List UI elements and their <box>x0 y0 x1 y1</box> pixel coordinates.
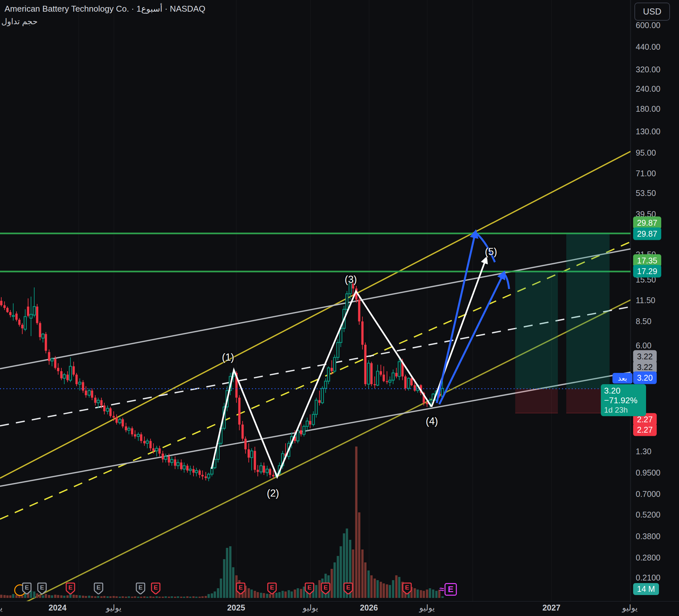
volume-bar <box>294 589 296 598</box>
earnings-icon[interactable]: E <box>136 582 146 596</box>
volume-bar <box>377 580 379 598</box>
earnings-icon-missed[interactable]: E <box>267 582 277 596</box>
price-tick: 0.7000 <box>636 489 660 499</box>
volume-bar <box>100 596 103 598</box>
wave-label[interactable]: (3) <box>345 274 357 285</box>
volume-bar <box>383 583 385 598</box>
time-tick: يوليو <box>622 603 638 612</box>
symbol-title[interactable]: American Battery Technology Co. · 1أسبوع… <box>4 4 205 14</box>
volume-bar <box>285 591 287 598</box>
volume-bar <box>315 585 318 598</box>
earnings-icon-missed[interactable]: E <box>402 582 412 596</box>
position-profit-zone[interactable] <box>566 233 610 389</box>
volume-bar <box>337 556 339 598</box>
time-tick: يوليو <box>106 603 122 612</box>
wave-label[interactable]: (2) <box>267 487 279 499</box>
volume-bar <box>140 596 142 598</box>
current-price-label[interactable]: 3.20 −71.92% 1d 23h <box>601 384 646 416</box>
tradingview-chart-window: American Battery Technology Co. · 1أسبوع… <box>0 0 679 616</box>
wave-label[interactable]: (1) <box>222 351 234 363</box>
volume-bar <box>260 593 262 598</box>
earnings-icon-missed[interactable]: E <box>151 582 161 596</box>
time-axis-separator <box>0 601 679 602</box>
volume-bar <box>442 596 444 598</box>
earnings-icon-missed[interactable]: E <box>344 582 353 596</box>
volume-bar <box>33 591 35 598</box>
volume-bar <box>174 596 176 598</box>
earnings-icon-missed[interactable]: E <box>66 582 75 596</box>
svg-text:E: E <box>138 584 143 591</box>
time-tick: 2024 <box>48 603 67 612</box>
earnings-icon-missed[interactable]: E <box>236 582 246 596</box>
price-level-label[interactable]: 29.87 <box>633 228 661 240</box>
position-profit-zone[interactable] <box>515 272 558 389</box>
earnings-icon[interactable]: E <box>94 582 103 596</box>
price-tick: 320.00 <box>636 65 660 74</box>
volume-bar <box>189 596 192 598</box>
earnings-icon-missed[interactable]: E <box>321 582 330 596</box>
time-tick: يوليو <box>0 603 3 612</box>
volume-bar <box>159 596 161 598</box>
svg-text:E: E <box>239 584 243 591</box>
svg-text:E: E <box>97 584 101 591</box>
price-tick: 440.00 <box>636 42 660 52</box>
price-tick: 130.00 <box>636 127 660 136</box>
price-level-label[interactable]: 17.29 <box>633 265 661 278</box>
time-tick: يوليو <box>303 603 318 612</box>
earnings-estimate-icon[interactable]: ≈ E <box>439 583 457 596</box>
volume-bar <box>75 595 78 598</box>
volume-bar <box>426 589 428 598</box>
price-level-label[interactable]: 3.20 <box>633 372 657 384</box>
volume-bar <box>186 596 189 598</box>
volume-bar <box>392 580 394 598</box>
price-axis-separator <box>630 0 631 601</box>
volume-bar <box>389 585 391 598</box>
svg-text:E: E <box>154 584 158 591</box>
volume-bar <box>429 588 431 598</box>
volume-bar <box>223 559 225 598</box>
price-tick: 0.3800 <box>636 532 660 541</box>
volume-bar <box>380 582 382 598</box>
earnings-icon-missed[interactable]: E <box>304 582 314 596</box>
blue-projection-arrow <box>439 273 504 404</box>
volume-indicator-label[interactable]: حجم تداول <box>1 17 37 26</box>
time-tick: 2026 <box>360 603 378 612</box>
volume-bar <box>420 590 422 598</box>
volume-bar <box>220 579 222 598</box>
wave-label[interactable]: (4) <box>426 415 438 427</box>
volume-bar <box>134 596 136 598</box>
svg-text:E: E <box>270 584 274 591</box>
volume-bar <box>199 596 201 598</box>
volume-bar <box>217 588 219 598</box>
volume-bar <box>119 596 121 598</box>
volume-bar <box>109 596 112 598</box>
volume-bar <box>263 593 265 598</box>
volume-bar <box>51 595 53 598</box>
blue-projection-arrow <box>437 232 476 403</box>
earnings-icon[interactable]: E <box>37 582 47 596</box>
volume-bar <box>125 596 127 598</box>
volume-bar <box>153 596 155 598</box>
volume-bar <box>60 595 63 598</box>
volume-bar <box>162 596 164 598</box>
currency-toggle-button[interactable]: USD <box>635 3 670 21</box>
volume-bar <box>4 595 6 598</box>
volume-bar <box>211 593 213 598</box>
volume-bar <box>201 596 204 598</box>
svg-text:E: E <box>40 584 44 591</box>
svg-text:E: E <box>25 584 29 591</box>
volume-bar <box>106 596 109 598</box>
volume-bar <box>21 596 24 598</box>
volume-bar <box>319 580 321 598</box>
volume-bar <box>386 584 388 598</box>
price-level-label[interactable]: 2.27 <box>633 423 657 436</box>
volume-bar <box>143 596 146 598</box>
volume-bar <box>398 577 400 598</box>
wave-label[interactable]: (5) <box>485 246 497 258</box>
earnings-icon[interactable]: E <box>22 582 32 596</box>
volume-bar <box>229 546 232 598</box>
time-tick: 2027 <box>542 603 560 612</box>
volume-bar <box>97 596 99 598</box>
position-loss-zone[interactable] <box>515 389 558 413</box>
volume-bar <box>414 588 416 598</box>
